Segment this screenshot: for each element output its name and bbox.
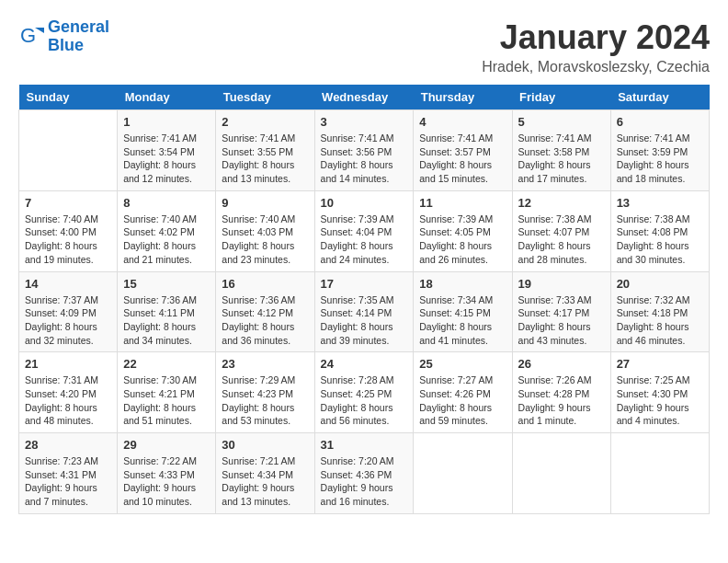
day-number: 13 (617, 196, 703, 210)
calendar-cell: 23Sunrise: 7:29 AMSunset: 4:23 PMDayligh… (216, 352, 314, 433)
day-info: Sunrise: 7:41 AMSunset: 3:56 PMDaylight:… (321, 132, 408, 186)
day-number: 19 (518, 277, 605, 291)
day-info: Sunrise: 7:39 AMSunset: 4:05 PMDaylight:… (419, 213, 506, 267)
day-info: Sunrise: 7:41 AMSunset: 3:58 PMDaylight:… (518, 132, 605, 186)
day-number: 26 (518, 357, 605, 371)
day-number: 18 (419, 277, 506, 291)
weekday-header-sunday: Sunday (19, 85, 118, 110)
day-info: Sunrise: 7:26 AMSunset: 4:28 PMDaylight:… (518, 373, 605, 428)
calendar-cell: 18Sunrise: 7:34 AMSunset: 4:15 PMDayligh… (414, 271, 512, 352)
logo-general: General (48, 17, 109, 36)
week-row-4: 21Sunrise: 7:31 AMSunset: 4:20 PMDayligh… (19, 352, 710, 433)
day-number: 14 (25, 277, 111, 291)
day-number: 7 (25, 196, 111, 210)
day-info: Sunrise: 7:31 AMSunset: 4:20 PMDaylight:… (25, 373, 111, 428)
day-number: 30 (222, 438, 308, 452)
logo-blue: Blue (48, 36, 84, 54)
weekday-header-saturday: Saturday (610, 85, 709, 110)
day-number: 31 (321, 438, 408, 452)
day-info: Sunrise: 7:32 AMSunset: 4:18 PMDaylight:… (617, 293, 703, 348)
day-info: Sunrise: 7:36 AMSunset: 4:12 PMDaylight:… (222, 293, 308, 348)
weekday-header-monday: Monday (118, 85, 216, 110)
calendar-cell: 30Sunrise: 7:21 AMSunset: 4:34 PMDayligh… (216, 433, 314, 514)
day-number: 17 (321, 277, 408, 291)
day-info: Sunrise: 7:40 AMSunset: 4:03 PMDaylight:… (222, 213, 308, 267)
day-info: Sunrise: 7:29 AMSunset: 4:23 PMDaylight:… (222, 373, 308, 428)
page-header: G General Blue January 2024 Hradek, Mora… (18, 18, 710, 75)
calendar-cell (610, 433, 709, 514)
calendar-cell: 19Sunrise: 7:33 AMSunset: 4:17 PMDayligh… (512, 271, 610, 352)
day-number: 15 (123, 277, 210, 291)
weekday-header-friday: Friday (512, 85, 610, 110)
day-number: 8 (123, 196, 210, 210)
day-number: 9 (222, 196, 308, 210)
day-number: 27 (617, 357, 703, 371)
day-info: Sunrise: 7:22 AMSunset: 4:33 PMDaylight:… (123, 454, 210, 509)
day-info: Sunrise: 7:41 AMSunset: 3:54 PMDaylight:… (123, 132, 210, 186)
day-info: Sunrise: 7:28 AMSunset: 4:25 PMDaylight:… (321, 373, 408, 428)
day-info: Sunrise: 7:25 AMSunset: 4:30 PMDaylight:… (617, 373, 703, 428)
calendar-cell: 27Sunrise: 7:25 AMSunset: 4:30 PMDayligh… (610, 352, 709, 433)
calendar-cell: 1Sunrise: 7:41 AMSunset: 3:54 PMDaylight… (118, 110, 216, 191)
calendar-cell: 4Sunrise: 7:41 AMSunset: 3:57 PMDaylight… (414, 110, 512, 191)
svg-text:G: G (20, 24, 36, 47)
day-info: Sunrise: 7:41 AMSunset: 3:57 PMDaylight:… (419, 132, 506, 186)
weekday-header-thursday: Thursday (414, 85, 512, 110)
calendar-cell (19, 110, 118, 191)
day-info: Sunrise: 7:27 AMSunset: 4:26 PMDaylight:… (419, 373, 506, 428)
calendar-cell: 26Sunrise: 7:26 AMSunset: 4:28 PMDayligh… (512, 352, 610, 433)
day-info: Sunrise: 7:33 AMSunset: 4:17 PMDaylight:… (518, 293, 605, 348)
week-row-3: 14Sunrise: 7:37 AMSunset: 4:09 PMDayligh… (19, 271, 710, 352)
calendar-cell: 14Sunrise: 7:37 AMSunset: 4:09 PMDayligh… (19, 271, 118, 352)
svg-marker-1 (35, 28, 44, 33)
calendar-cell: 9Sunrise: 7:40 AMSunset: 4:03 PMDaylight… (216, 190, 314, 271)
day-number: 10 (321, 196, 408, 210)
day-number: 24 (321, 357, 408, 371)
day-number: 2 (222, 115, 308, 129)
day-number: 23 (222, 357, 308, 371)
calendar-cell: 25Sunrise: 7:27 AMSunset: 4:26 PMDayligh… (414, 352, 512, 433)
day-info: Sunrise: 7:20 AMSunset: 4:36 PMDaylight:… (321, 454, 408, 509)
day-number: 28 (25, 438, 111, 452)
day-info: Sunrise: 7:41 AMSunset: 3:59 PMDaylight:… (617, 132, 703, 186)
day-number: 12 (518, 196, 605, 210)
day-number: 25 (419, 357, 506, 371)
day-number: 29 (123, 438, 210, 452)
day-info: Sunrise: 7:36 AMSunset: 4:11 PMDaylight:… (123, 293, 210, 348)
calendar-cell: 29Sunrise: 7:22 AMSunset: 4:33 PMDayligh… (118, 433, 216, 514)
logo-icon: G (18, 24, 44, 50)
calendar-table: SundayMondayTuesdayWednesdayThursdayFrid… (18, 85, 710, 514)
day-info: Sunrise: 7:40 AMSunset: 4:02 PMDaylight:… (123, 213, 210, 267)
day-number: 1 (123, 115, 210, 129)
title-section: January 2024 Hradek, Moravskoslezsky, Cz… (482, 18, 710, 75)
day-info: Sunrise: 7:35 AMSunset: 4:14 PMDaylight:… (321, 293, 408, 348)
calendar-cell: 21Sunrise: 7:31 AMSunset: 4:20 PMDayligh… (19, 352, 118, 433)
calendar-cell (414, 433, 512, 514)
day-info: Sunrise: 7:38 AMSunset: 4:08 PMDaylight:… (617, 213, 703, 267)
day-info: Sunrise: 7:39 AMSunset: 4:04 PMDaylight:… (321, 213, 408, 267)
calendar-cell: 3Sunrise: 7:41 AMSunset: 3:56 PMDaylight… (314, 110, 414, 191)
logo: G General Blue (18, 18, 109, 55)
day-number: 20 (617, 277, 703, 291)
day-info: Sunrise: 7:30 AMSunset: 4:21 PMDaylight:… (123, 373, 210, 428)
weekday-header-wednesday: Wednesday (314, 85, 414, 110)
calendar-cell: 28Sunrise: 7:23 AMSunset: 4:31 PMDayligh… (19, 433, 118, 514)
day-info: Sunrise: 7:40 AMSunset: 4:00 PMDaylight:… (25, 213, 111, 267)
day-info: Sunrise: 7:41 AMSunset: 3:55 PMDaylight:… (222, 132, 308, 186)
day-info: Sunrise: 7:21 AMSunset: 4:34 PMDaylight:… (222, 454, 308, 509)
day-info: Sunrise: 7:37 AMSunset: 4:09 PMDaylight:… (25, 293, 111, 348)
week-row-5: 28Sunrise: 7:23 AMSunset: 4:31 PMDayligh… (19, 433, 710, 514)
calendar-cell: 7Sunrise: 7:40 AMSunset: 4:00 PMDaylight… (19, 190, 118, 271)
calendar-cell: 2Sunrise: 7:41 AMSunset: 3:55 PMDaylight… (216, 110, 314, 191)
day-info: Sunrise: 7:38 AMSunset: 4:07 PMDaylight:… (518, 213, 605, 267)
calendar-cell: 16Sunrise: 7:36 AMSunset: 4:12 PMDayligh… (216, 271, 314, 352)
day-number: 6 (617, 115, 703, 129)
day-number: 4 (419, 115, 506, 129)
month-title: January 2024 (482, 18, 710, 57)
calendar-cell: 6Sunrise: 7:41 AMSunset: 3:59 PMDaylight… (610, 110, 709, 191)
day-number: 3 (321, 115, 408, 129)
calendar-cell: 12Sunrise: 7:38 AMSunset: 4:07 PMDayligh… (512, 190, 610, 271)
day-info: Sunrise: 7:23 AMSunset: 4:31 PMDaylight:… (25, 454, 111, 509)
week-row-1: 1Sunrise: 7:41 AMSunset: 3:54 PMDaylight… (19, 110, 710, 191)
calendar-cell: 24Sunrise: 7:28 AMSunset: 4:25 PMDayligh… (314, 352, 414, 433)
